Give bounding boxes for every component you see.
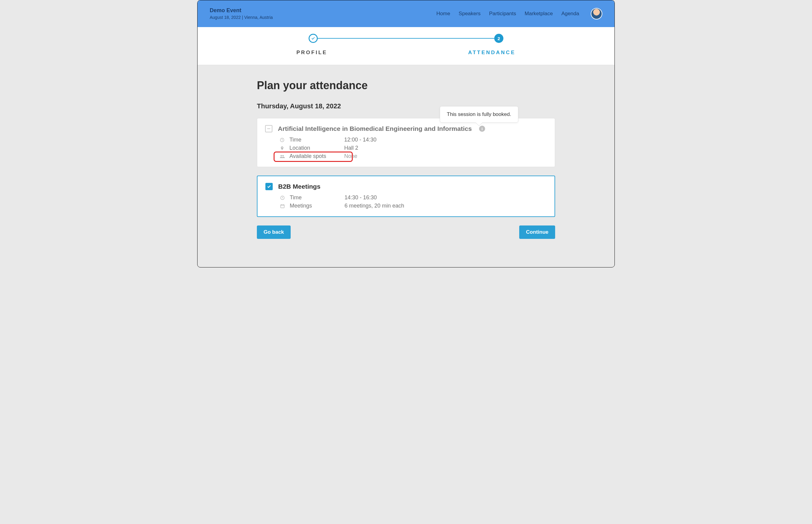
clock-icon [278,194,287,201]
step-profile-label: PROFILE [296,50,327,56]
tooltip-fully-booked: This session is fully booked. [440,106,518,122]
location-label: Location [289,145,341,151]
check-icon [311,36,315,40]
step-profile-circle[interactable] [309,34,318,43]
nav-participants[interactable]: Participants [489,11,516,17]
location-value: Hall 2 [344,145,547,151]
stepper-panel: 2 PROFILE ATTENDANCE [197,27,615,65]
time-label: Time [289,137,341,143]
session-title: B2B Meetings [278,183,321,190]
meetings-label: Meetings [290,203,341,209]
tooltip-text: This session is fully booked. [447,111,511,117]
svg-point-2 [282,155,284,157]
session-checkbox-checked[interactable] [265,183,273,190]
time-value: 14:30 - 16:30 [344,194,547,201]
step-attendance-label: ATTENDANCE [468,50,516,56]
spots-value: None [344,153,547,160]
users-icon [278,153,287,160]
info-icon[interactable]: i [479,126,485,132]
event-title: Demo Event [210,7,273,14]
session-card-ai-biomedical: Artificial Intelligence in Biomedical En… [257,118,555,167]
svg-rect-4 [281,204,284,208]
event-subtitle: August 18, 2022 | Vienna, Austria [210,15,273,20]
event-info: Demo Event August 18, 2022 | Vienna, Aus… [210,8,273,20]
actions-row: Go back Continue [257,226,555,239]
time-label: Time [290,194,341,201]
top-nav: Home Speakers Participants Marketplace A… [436,8,602,19]
continue-button[interactable]: Continue [519,226,555,239]
check-icon [267,184,271,189]
nav-speakers[interactable]: Speakers [459,11,481,17]
page-title: Plan your attendance [257,79,555,92]
nav-agenda[interactable]: Agenda [561,11,579,17]
pin-icon [278,145,287,151]
meetings-value: 6 meetings, 20 min each [344,203,547,209]
main-content: Plan your attendance Thursday, August 18… [257,65,555,251]
go-back-button[interactable]: Go back [257,226,291,239]
time-value: 12:00 - 14:30 [344,137,547,143]
clock-icon [278,137,287,143]
step-attendance-circle[interactable]: 2 [494,34,503,43]
session-checkbox-disabled [265,125,272,132]
calendar-icon [278,203,287,209]
nav-marketplace[interactable]: Marketplace [525,11,553,17]
nav-home[interactable]: Home [436,11,450,17]
session-title: Artificial Intelligence in Biomedical En… [278,125,472,132]
stepper-line [318,38,494,39]
spots-label: Available spots [289,153,341,160]
session-card-b2b[interactable]: B2B Meetings Time 14:30 - 16:30 Meetings… [257,176,555,217]
step-number: 2 [498,36,500,41]
header-bar: Demo Event August 18, 2022 | Vienna, Aus… [197,0,615,27]
avatar[interactable] [591,8,602,19]
svg-point-1 [281,155,282,157]
